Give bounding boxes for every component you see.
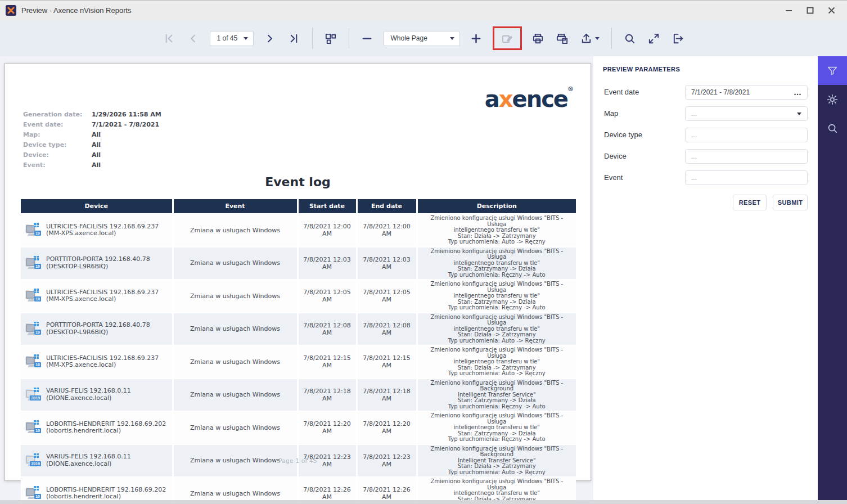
filter-tab[interactable] xyxy=(818,56,847,85)
param-row-event-date: Event date 7/1/2021 - 7/8/2021 … xyxy=(593,85,818,100)
event-description: Zmieniono konfigurację usługi Windows "B… xyxy=(417,379,576,412)
os-badge: 10 xyxy=(34,494,41,499)
table-row: 10 PORTTITOR-PORTA 192.168.40.78 (DESKTO… xyxy=(21,313,576,346)
page-number-select[interactable]: 1 of 45 xyxy=(210,31,254,46)
event-name: Zmiana w usługach Windows xyxy=(173,411,298,444)
os-badge: 2019 xyxy=(30,395,41,400)
map-select[interactable]: ... xyxy=(685,106,808,121)
column-header-start-date: Start date xyxy=(298,199,357,214)
device-name: ULTRICIES-FACILISIS 192.168.69.237 (MM-X… xyxy=(46,289,170,303)
fullscreen-button[interactable] xyxy=(646,30,662,46)
start-date: 7/8/2021 12:18 AM xyxy=(298,379,357,412)
table-row: 10 ULTRICIES-FACILISIS 192.168.69.237 (M… xyxy=(21,345,576,379)
event-description: Zmieniono konfigurację usługi Windows "B… xyxy=(417,411,576,444)
param-row-device-type: Device type ... xyxy=(593,128,818,142)
column-header-event: Event xyxy=(173,199,298,214)
gear-icon xyxy=(826,93,839,106)
settings-tab[interactable] xyxy=(818,85,847,114)
device-name: VARIUS-FELIS 192.168.0.11 (DIONE.axence.… xyxy=(46,388,170,402)
device-name: LOBORTIS-HENDRERIT 192.168.69.202 (lobor… xyxy=(46,487,170,501)
submit-button[interactable]: SUBMIT xyxy=(773,195,808,210)
end-date: 7/8/2021 12:00 AM xyxy=(357,214,417,247)
device-field[interactable]: ... xyxy=(685,149,808,164)
meta-value: 1/29/2026 11:58 AM xyxy=(92,110,161,120)
zoom-out-button[interactable] xyxy=(359,30,375,46)
chevron-down-icon[interactable] xyxy=(797,112,801,115)
event-name: Zmiana w usługach Windows xyxy=(173,379,298,412)
event-name: Zmiana w usługach Windows xyxy=(173,313,298,346)
start-date: 7/8/2021 12:15 AM xyxy=(298,345,357,379)
reset-button[interactable]: RESET xyxy=(733,195,767,210)
event-field[interactable]: ... xyxy=(685,170,808,185)
next-page-button[interactable] xyxy=(262,30,278,46)
device-name: PORTTITOR-PORTA 192.168.40.78 (DESKTOP-L… xyxy=(46,256,170,270)
device-icon: 10 xyxy=(25,322,41,336)
event-description: Zmieniono konfigurację usługi Windows "B… xyxy=(417,214,576,247)
meta-label: Event: xyxy=(23,160,92,170)
export-button[interactable] xyxy=(579,30,601,46)
toolbar-separator xyxy=(312,28,313,49)
param-label: Map xyxy=(604,109,618,118)
zoom-level-select[interactable]: Whole Page xyxy=(384,31,460,46)
window-title: Preview - Axence nVision Reports xyxy=(21,6,132,15)
param-label: Device xyxy=(604,152,627,160)
param-row-map: Map ... xyxy=(593,106,818,121)
device-icon: 10 xyxy=(25,420,41,435)
table-row: 10 ULTRICIES-FACILISIS 192.168.69.237 (M… xyxy=(21,214,576,247)
meta-value: All xyxy=(92,150,101,160)
zoom-in-button[interactable] xyxy=(468,30,484,46)
app-logo-icon xyxy=(6,5,16,16)
minimize-button[interactable] xyxy=(781,3,796,18)
device-name: PORTTITOR-PORTA 192.168.40.78 (DESKTOP-L… xyxy=(46,322,170,336)
event-name: Zmiana w usługach Windows xyxy=(173,214,298,247)
end-date: 7/8/2021 12:20 AM xyxy=(357,411,417,444)
close-button[interactable] xyxy=(823,3,839,18)
device-icon: 10 xyxy=(25,354,41,369)
meta-value: All xyxy=(92,130,101,140)
print-button[interactable] xyxy=(530,30,546,46)
device-icon: 10 xyxy=(25,289,41,303)
last-page-button[interactable] xyxy=(286,30,302,46)
os-badge: 10 xyxy=(34,264,41,269)
close-preview-button[interactable] xyxy=(670,30,686,46)
os-badge: 10 xyxy=(34,362,41,367)
toolbar: 1 of 45 Whole Page xyxy=(0,20,847,56)
maximize-button[interactable] xyxy=(802,3,818,18)
device-name: ULTRICIES-FACILISIS 192.168.69.237 (MM-X… xyxy=(46,355,170,369)
meta-value: All xyxy=(92,140,101,150)
zoom-level-value: Whole Page xyxy=(391,34,427,42)
search-tab[interactable] xyxy=(818,114,847,142)
map-value: ... xyxy=(691,110,697,118)
end-date: 7/8/2021 12:15 AM xyxy=(357,345,417,379)
chevron-down-icon xyxy=(450,37,454,40)
device-name: ULTRICIES-FACILISIS 192.168.69.237 (MM-X… xyxy=(46,223,170,237)
parameters-panel: PREVIEW PARAMETERS Event date 7/1/2021 -… xyxy=(593,56,818,500)
search-button[interactable] xyxy=(622,30,638,46)
device-type-field[interactable]: ... xyxy=(685,128,808,142)
end-date: 7/8/2021 12:03 AM xyxy=(357,247,417,280)
axence-logo: axence® xyxy=(485,78,574,110)
event-description: Zmieniono konfigurację usługi Windows "B… xyxy=(417,247,576,280)
start-date: 7/8/2021 12:05 AM xyxy=(298,280,357,313)
chevron-down-icon xyxy=(595,37,600,40)
window-controls xyxy=(781,3,843,18)
start-date: 7/8/2021 12:00 AM xyxy=(298,214,357,247)
start-date: 7/8/2021 12:20 AM xyxy=(298,411,357,444)
parameters-heading: PREVIEW PARAMETERS xyxy=(603,66,680,73)
page-footer: Page 1 of 45 xyxy=(5,457,591,465)
right-sidebar xyxy=(818,56,847,500)
event-name: Zmiana w usługach Windows xyxy=(173,345,298,379)
previous-page-button[interactable] xyxy=(186,30,201,46)
event-description: Zmieniono konfigurację usługi Windows "B… xyxy=(417,280,576,313)
toolbar-separator xyxy=(611,28,612,49)
param-row-device: Device ... xyxy=(593,149,818,164)
os-badge: 10 xyxy=(34,231,41,236)
event-date-field[interactable]: 7/1/2021 - 7/8/2021 … xyxy=(685,85,808,100)
print-page-setup-button[interactable] xyxy=(555,30,570,46)
first-page-button[interactable] xyxy=(161,30,177,46)
ellipsis-button[interactable]: … xyxy=(794,89,801,95)
multi-page-view-button[interactable] xyxy=(323,30,339,46)
event-date-value: 7/1/2021 - 7/8/2021 xyxy=(691,88,750,96)
edit-report-button[interactable] xyxy=(499,30,515,46)
end-date: 7/8/2021 12:18 AM xyxy=(357,379,417,412)
